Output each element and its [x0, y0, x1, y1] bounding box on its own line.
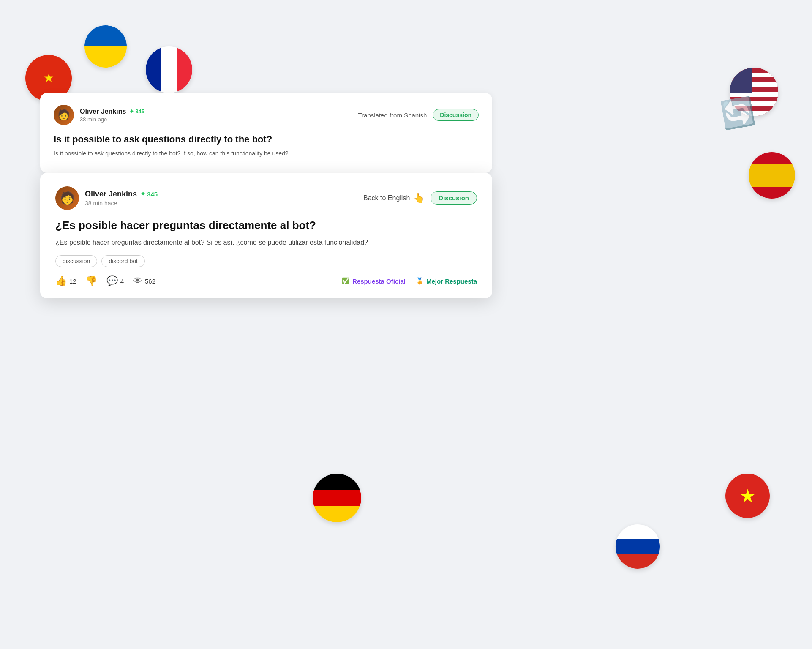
view-count: 562 [145, 278, 155, 285]
award-icon: 🏅 [416, 277, 424, 285]
english-karma: ✦ 345 [129, 108, 144, 115]
comment-icon: 💬 [106, 275, 118, 286]
russia-flag [616, 524, 660, 569]
spain-flag [749, 152, 795, 199]
eye-icon: 👁 [133, 275, 142, 286]
discussion-tag-english[interactable]: Discussion [433, 109, 479, 121]
spanish-timestamp: 38 min hace [85, 200, 158, 207]
tag-discussion-pill[interactable]: discussion [55, 255, 97, 267]
spanish-karma: ✦ 345 [140, 190, 158, 198]
back-to-english-button[interactable]: Back to English 👆 [363, 193, 425, 204]
spanish-card-header: 🧑 Oliver Jenkins ✦ 345 38 min hace Back … [55, 186, 477, 210]
english-card: 🧑 Oliver Jenkins ✦ 345 38 min ago Transl… [40, 93, 492, 173]
cards-container: 🧑 Oliver Jenkins ✦ 345 38 min ago Transl… [40, 93, 492, 298]
france-flag [146, 46, 192, 93]
official-answer-button[interactable]: ✅ Respuesta Oficial [342, 277, 406, 285]
comment-count: 4 [120, 278, 124, 285]
vietnam-flag: ★ [725, 474, 770, 518]
english-post-body: Is it possible to ask questions directly… [54, 150, 479, 157]
views-button: 👁 562 [133, 275, 155, 286]
tag-discord-bot-pill[interactable]: discord bot [101, 255, 144, 267]
like-button[interactable]: 👍 12 [55, 275, 76, 286]
germany-flag [313, 474, 361, 522]
spanish-post-title: ¿Es posible hacer preguntas directamente… [55, 218, 477, 233]
spanish-post-body: ¿Es posible hacer preguntas directamente… [55, 237, 477, 248]
translate-icon: 🔄 [719, 95, 758, 132]
tags-row: discussion discord bot [55, 255, 477, 267]
thumbs-up-icon: 👍 [55, 275, 67, 286]
avatar-spanish: 🧑 [55, 186, 79, 210]
verified-icon: ✅ [342, 277, 350, 285]
ukraine-flag [84, 25, 127, 68]
thumbs-down-icon: 👎 [86, 275, 97, 286]
translated-label: Translated from Spanish [358, 112, 427, 119]
english-post-title: Is it possible to ask questions directly… [54, 134, 479, 146]
english-timestamp: 38 min ago [80, 116, 144, 123]
english-card-header: 🧑 Oliver Jenkins ✦ 345 38 min ago Transl… [54, 105, 479, 125]
dislike-button[interactable]: 👎 [86, 275, 97, 286]
avatar-english: 🧑 [54, 105, 74, 125]
cursor-hand-icon: 👆 [413, 193, 425, 204]
english-username: Oliver Jenkins ✦ 345 [80, 108, 144, 115]
spanish-username: Oliver Jenkins ✦ 345 [85, 190, 158, 199]
spanish-card: 🧑 Oliver Jenkins ✦ 345 38 min hace Back … [40, 173, 492, 299]
actions-row: 👍 12 👎 💬 4 👁 562 ✅ Respuesta Oficial [55, 275, 477, 286]
best-answer-button[interactable]: 🏅 Mejor Respuesta [416, 277, 477, 285]
discusion-tag-spanish[interactable]: Discusión [431, 191, 477, 205]
comment-button[interactable]: 💬 4 [106, 275, 124, 286]
like-count: 12 [69, 278, 76, 285]
